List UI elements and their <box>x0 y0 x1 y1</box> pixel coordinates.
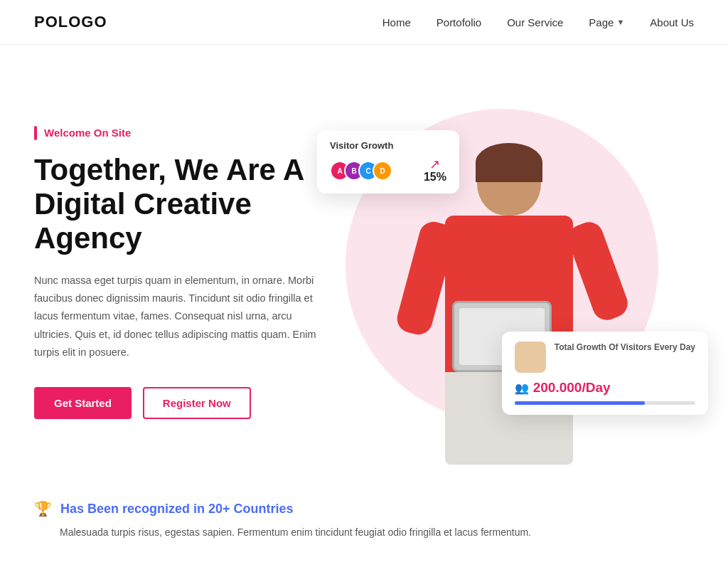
visitor-card-row: A B C D ↗ 15% <box>330 158 446 184</box>
hero-left: Welcome On Site Together, We Are A Digit… <box>34 126 324 420</box>
bottom-thumbnails: Learn More <box>0 570 728 577</box>
hero-right: Visitor Growth A B C D ↗ 15% Total Growt… <box>324 88 694 457</box>
avatar-group: A B C D <box>330 161 392 181</box>
hero-title: Together, We Are A Digital Creative Agen… <box>34 153 324 256</box>
total-card-header: Total Growth Of Visitors Every Day <box>515 342 695 373</box>
recognition-header: 🏆 Has Been recognized in 20+ Countries <box>34 500 694 517</box>
growth-percentage: 15% <box>424 171 446 184</box>
nav-service[interactable]: Our Service <box>507 16 563 28</box>
hero-section: Welcome On Site Together, We Are A Digit… <box>0 45 728 486</box>
welcome-text: Welcome On Site <box>44 127 131 139</box>
visitor-growth-card: Visitor Growth A B C D ↗ 15% <box>317 130 459 194</box>
total-card-label: Total Growth Of Visitors Every Day <box>555 342 695 354</box>
nav-about[interactable]: About Us <box>650 16 694 28</box>
avatar-4: D <box>373 161 392 181</box>
hero-buttons: Get Started Register Now <box>34 387 324 419</box>
recognition-section: 🏆 Has Been recognized in 20+ Countries M… <box>0 486 728 570</box>
total-card-value: 👥 200.000/Day <box>515 380 695 396</box>
nav-page[interactable]: Page ▼ <box>589 16 624 28</box>
hero-description: Nunc massa eget turpis quam in elementum… <box>34 272 324 362</box>
total-value-text: 200.000/Day <box>533 380 611 396</box>
total-growth-card: Total Growth Of Visitors Every Day 👥 200… <box>502 332 708 415</box>
total-card-thumbnail <box>515 342 546 373</box>
nav-home[interactable]: Home <box>382 16 411 28</box>
welcome-bar-decoration <box>34 126 37 140</box>
header: POLOGO Home Portofolio Our Service Page … <box>0 0 728 45</box>
people-icon: 👥 <box>515 381 529 395</box>
growth-badge: ↗ 15% <box>424 158 446 184</box>
person-arm-right <box>564 218 632 324</box>
nav-portfolio[interactable]: Portofolio <box>437 16 481 28</box>
progress-bar-fill <box>515 401 645 405</box>
welcome-tag: Welcome On Site <box>34 126 324 140</box>
chevron-down-icon: ▼ <box>616 18 624 26</box>
person-hair <box>476 143 542 182</box>
main-nav: Home Portofolio Our Service Page ▼ About… <box>382 16 694 28</box>
logo: POLOGO <box>34 13 107 31</box>
arrow-up-icon: ↗ <box>429 158 440 171</box>
recognition-description: Malesuada turpis risus, egestas sapien. … <box>34 524 694 541</box>
register-now-button[interactable]: Register Now <box>143 387 251 419</box>
recognition-title: Has Been recognized in 20+ Countries <box>60 502 294 517</box>
trophy-icon: 🏆 <box>34 500 52 517</box>
visitor-card-title: Visitor Growth <box>330 140 446 151</box>
get-started-button[interactable]: Get Started <box>34 387 132 419</box>
progress-bar-background <box>515 401 695 405</box>
